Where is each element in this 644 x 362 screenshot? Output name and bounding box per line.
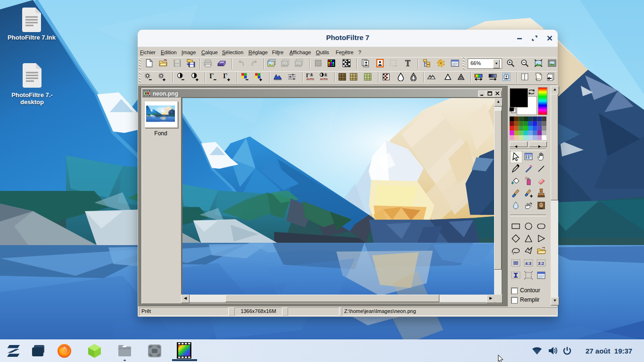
- svg-text:4:3: 4:3: [525, 261, 531, 266]
- svg-text:Γ: Γ: [209, 73, 214, 80]
- svg-text:Γ: Γ: [223, 73, 227, 80]
- svg-text:AUTO: AUTO: [306, 78, 314, 81]
- svg-text:3:2: 3:2: [538, 261, 544, 266]
- svg-text:AUTO: AUTO: [320, 78, 328, 81]
